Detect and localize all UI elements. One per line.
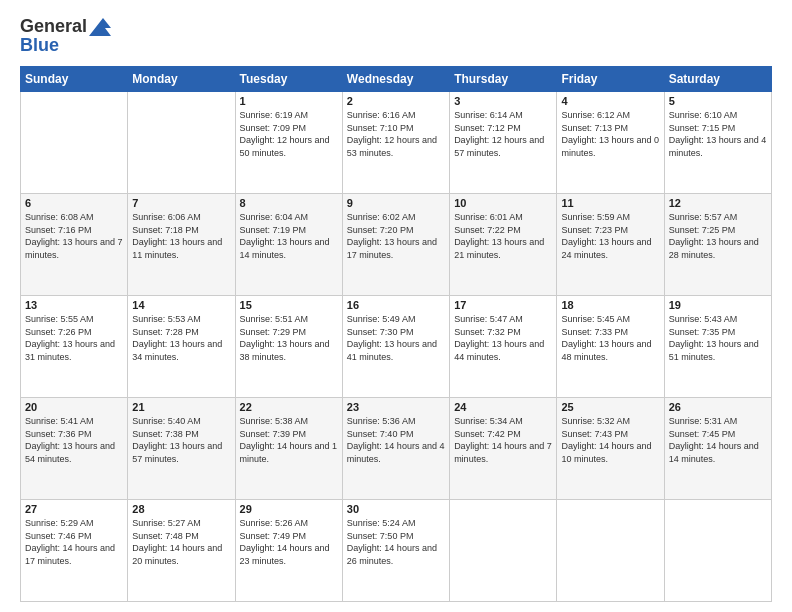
day-info: Sunrise: 6:02 AM Sunset: 7:20 PM Dayligh… (347, 211, 445, 261)
day-number: 9 (347, 197, 445, 209)
day-number: 29 (240, 503, 338, 515)
day-info: Sunrise: 5:29 AM Sunset: 7:46 PM Dayligh… (25, 517, 123, 567)
weekday-header-tuesday: Tuesday (235, 67, 342, 92)
calendar-cell: 26Sunrise: 5:31 AM Sunset: 7:45 PM Dayli… (664, 398, 771, 500)
day-info: Sunrise: 6:06 AM Sunset: 7:18 PM Dayligh… (132, 211, 230, 261)
day-number: 20 (25, 401, 123, 413)
day-number: 25 (561, 401, 659, 413)
calendar-cell: 15Sunrise: 5:51 AM Sunset: 7:29 PM Dayli… (235, 296, 342, 398)
calendar-cell: 22Sunrise: 5:38 AM Sunset: 7:39 PM Dayli… (235, 398, 342, 500)
day-number: 7 (132, 197, 230, 209)
svg-marker-0 (89, 18, 111, 36)
calendar-cell (664, 500, 771, 602)
calendar-cell: 24Sunrise: 5:34 AM Sunset: 7:42 PM Dayli… (450, 398, 557, 500)
logo-general: General (20, 16, 87, 37)
calendar-cell: 10Sunrise: 6:01 AM Sunset: 7:22 PM Dayli… (450, 194, 557, 296)
calendar-cell (450, 500, 557, 602)
calendar-cell: 5Sunrise: 6:10 AM Sunset: 7:15 PM Daylig… (664, 92, 771, 194)
day-info: Sunrise: 5:31 AM Sunset: 7:45 PM Dayligh… (669, 415, 767, 465)
day-info: Sunrise: 5:57 AM Sunset: 7:25 PM Dayligh… (669, 211, 767, 261)
day-number: 13 (25, 299, 123, 311)
day-number: 1 (240, 95, 338, 107)
day-info: Sunrise: 6:08 AM Sunset: 7:16 PM Dayligh… (25, 211, 123, 261)
calendar-cell: 30Sunrise: 5:24 AM Sunset: 7:50 PM Dayli… (342, 500, 449, 602)
logo-text: General Blue (20, 16, 111, 56)
calendar-cell: 7Sunrise: 6:06 AM Sunset: 7:18 PM Daylig… (128, 194, 235, 296)
day-info: Sunrise: 5:36 AM Sunset: 7:40 PM Dayligh… (347, 415, 445, 465)
calendar-cell: 8Sunrise: 6:04 AM Sunset: 7:19 PM Daylig… (235, 194, 342, 296)
day-info: Sunrise: 5:32 AM Sunset: 7:43 PM Dayligh… (561, 415, 659, 465)
day-info: Sunrise: 6:04 AM Sunset: 7:19 PM Dayligh… (240, 211, 338, 261)
weekday-header-saturday: Saturday (664, 67, 771, 92)
day-info: Sunrise: 5:38 AM Sunset: 7:39 PM Dayligh… (240, 415, 338, 465)
day-number: 17 (454, 299, 552, 311)
calendar-cell: 16Sunrise: 5:49 AM Sunset: 7:30 PM Dayli… (342, 296, 449, 398)
weekday-header-wednesday: Wednesday (342, 67, 449, 92)
logo-blue: Blue (20, 35, 111, 56)
calendar-week-row: 27Sunrise: 5:29 AM Sunset: 7:46 PM Dayli… (21, 500, 772, 602)
logo: General Blue (20, 16, 111, 56)
day-number: 4 (561, 95, 659, 107)
day-number: 8 (240, 197, 338, 209)
day-info: Sunrise: 6:10 AM Sunset: 7:15 PM Dayligh… (669, 109, 767, 159)
day-info: Sunrise: 5:24 AM Sunset: 7:50 PM Dayligh… (347, 517, 445, 567)
day-info: Sunrise: 5:27 AM Sunset: 7:48 PM Dayligh… (132, 517, 230, 567)
weekday-header-friday: Friday (557, 67, 664, 92)
day-number: 26 (669, 401, 767, 413)
weekday-header-monday: Monday (128, 67, 235, 92)
day-info: Sunrise: 5:47 AM Sunset: 7:32 PM Dayligh… (454, 313, 552, 363)
calendar-cell: 21Sunrise: 5:40 AM Sunset: 7:38 PM Dayli… (128, 398, 235, 500)
day-info: Sunrise: 5:45 AM Sunset: 7:33 PM Dayligh… (561, 313, 659, 363)
day-number: 24 (454, 401, 552, 413)
day-number: 23 (347, 401, 445, 413)
day-number: 10 (454, 197, 552, 209)
calendar-cell: 25Sunrise: 5:32 AM Sunset: 7:43 PM Dayli… (557, 398, 664, 500)
day-info: Sunrise: 6:19 AM Sunset: 7:09 PM Dayligh… (240, 109, 338, 159)
calendar-cell: 27Sunrise: 5:29 AM Sunset: 7:46 PM Dayli… (21, 500, 128, 602)
calendar-cell: 9Sunrise: 6:02 AM Sunset: 7:20 PM Daylig… (342, 194, 449, 296)
calendar-week-row: 13Sunrise: 5:55 AM Sunset: 7:26 PM Dayli… (21, 296, 772, 398)
day-number: 21 (132, 401, 230, 413)
day-info: Sunrise: 6:14 AM Sunset: 7:12 PM Dayligh… (454, 109, 552, 159)
day-info: Sunrise: 5:26 AM Sunset: 7:49 PM Dayligh… (240, 517, 338, 567)
calendar-cell: 1Sunrise: 6:19 AM Sunset: 7:09 PM Daylig… (235, 92, 342, 194)
day-number: 28 (132, 503, 230, 515)
day-info: Sunrise: 5:43 AM Sunset: 7:35 PM Dayligh… (669, 313, 767, 363)
calendar-cell: 17Sunrise: 5:47 AM Sunset: 7:32 PM Dayli… (450, 296, 557, 398)
calendar-table: SundayMondayTuesdayWednesdayThursdayFrid… (20, 66, 772, 602)
day-number: 22 (240, 401, 338, 413)
calendar-cell: 28Sunrise: 5:27 AM Sunset: 7:48 PM Dayli… (128, 500, 235, 602)
day-number: 19 (669, 299, 767, 311)
calendar-cell: 14Sunrise: 5:53 AM Sunset: 7:28 PM Dayli… (128, 296, 235, 398)
calendar-cell: 29Sunrise: 5:26 AM Sunset: 7:49 PM Dayli… (235, 500, 342, 602)
day-number: 12 (669, 197, 767, 209)
calendar-cell: 19Sunrise: 5:43 AM Sunset: 7:35 PM Dayli… (664, 296, 771, 398)
day-info: Sunrise: 5:34 AM Sunset: 7:42 PM Dayligh… (454, 415, 552, 465)
day-info: Sunrise: 5:41 AM Sunset: 7:36 PM Dayligh… (25, 415, 123, 465)
day-number: 11 (561, 197, 659, 209)
day-number: 27 (25, 503, 123, 515)
day-number: 2 (347, 95, 445, 107)
weekday-header-sunday: Sunday (21, 67, 128, 92)
page: General Blue SundayMondayTuesdayWednesda… (0, 0, 792, 612)
calendar-cell: 11Sunrise: 5:59 AM Sunset: 7:23 PM Dayli… (557, 194, 664, 296)
calendar-cell: 18Sunrise: 5:45 AM Sunset: 7:33 PM Dayli… (557, 296, 664, 398)
calendar-cell: 4Sunrise: 6:12 AM Sunset: 7:13 PM Daylig… (557, 92, 664, 194)
calendar-week-row: 1Sunrise: 6:19 AM Sunset: 7:09 PM Daylig… (21, 92, 772, 194)
day-number: 6 (25, 197, 123, 209)
day-number: 14 (132, 299, 230, 311)
calendar-cell: 23Sunrise: 5:36 AM Sunset: 7:40 PM Dayli… (342, 398, 449, 500)
day-info: Sunrise: 5:40 AM Sunset: 7:38 PM Dayligh… (132, 415, 230, 465)
day-info: Sunrise: 5:55 AM Sunset: 7:26 PM Dayligh… (25, 313, 123, 363)
calendar-cell: 6Sunrise: 6:08 AM Sunset: 7:16 PM Daylig… (21, 194, 128, 296)
calendar-cell: 20Sunrise: 5:41 AM Sunset: 7:36 PM Dayli… (21, 398, 128, 500)
day-info: Sunrise: 5:53 AM Sunset: 7:28 PM Dayligh… (132, 313, 230, 363)
day-info: Sunrise: 6:16 AM Sunset: 7:10 PM Dayligh… (347, 109, 445, 159)
calendar-cell (128, 92, 235, 194)
calendar-cell: 13Sunrise: 5:55 AM Sunset: 7:26 PM Dayli… (21, 296, 128, 398)
day-info: Sunrise: 5:49 AM Sunset: 7:30 PM Dayligh… (347, 313, 445, 363)
weekday-header-row: SundayMondayTuesdayWednesdayThursdayFrid… (21, 67, 772, 92)
calendar-week-row: 6Sunrise: 6:08 AM Sunset: 7:16 PM Daylig… (21, 194, 772, 296)
calendar-cell (21, 92, 128, 194)
day-number: 18 (561, 299, 659, 311)
